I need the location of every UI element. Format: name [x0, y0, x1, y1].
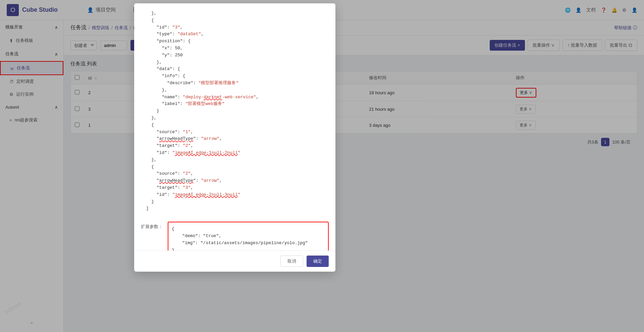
modal-body: }, { "id": "3", "type": "dataSet", "posi… [134, 3, 335, 251]
modal-overlay[interactable]: }, { "id": "3", "type": "dataSet", "posi… [0, 0, 644, 332]
ext-params-input[interactable]: { "demo": "true", "img": "/static/assets… [168, 222, 329, 251]
modal-footer: 取消 确定 [134, 251, 335, 272]
confirm-button[interactable]: 确定 [307, 256, 329, 267]
ext-params-row: 扩展参数： { "demo": "true", "img": "/static/… [141, 219, 329, 251]
modal-dialog: }, { "id": "3", "type": "dataSet", "posi… [134, 3, 335, 272]
ext-params-label: 扩展参数： [141, 222, 164, 230]
cancel-button[interactable]: 取消 [280, 256, 303, 267]
json-code-block: }, { "id": "3", "type": "dataSet", "posi… [141, 3, 329, 219]
